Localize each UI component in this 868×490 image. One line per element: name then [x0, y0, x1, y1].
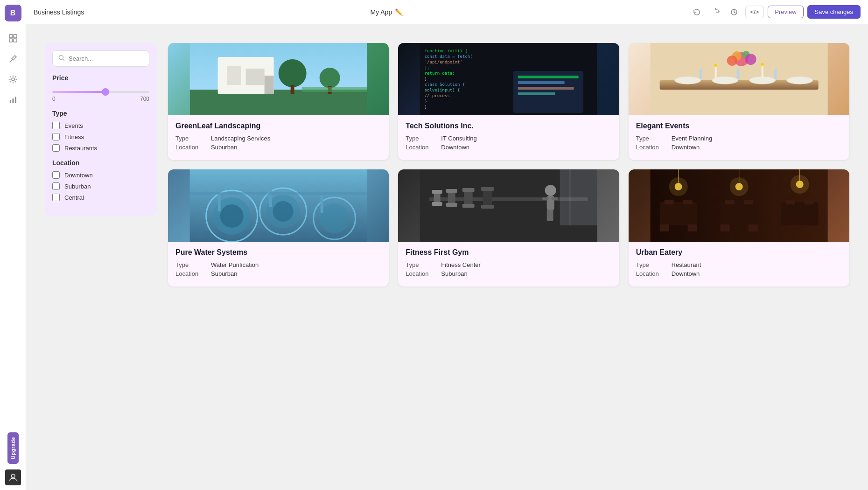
card-type-row-tech-solutions: Type IT Consulting	[406, 135, 611, 142]
sidebar-item-analytics[interactable]	[5, 91, 21, 108]
card-location-row-pure-water: Location Suburban	[175, 270, 381, 277]
svg-rect-82	[481, 187, 494, 191]
price-max: 700	[140, 96, 149, 102]
sidebar: B Upgrade	[0, 0, 26, 490]
svg-rect-36	[518, 81, 565, 84]
save-button[interactable]: Save changes	[807, 5, 861, 19]
listing-card-fitness-first[interactable]: Fitness First Gym Type Fitness Center Lo…	[398, 169, 619, 287]
svg-text:function init() {: function init() {	[425, 49, 468, 53]
search-box[interactable]	[52, 50, 149, 67]
sidebar-bottom: Upgrade	[5, 432, 21, 485]
price-filter: Price 0 700	[52, 74, 149, 102]
listing-card-tech-solutions[interactable]: function init() { const data = fetch( '/…	[398, 43, 619, 160]
card-location-row-urban-eatery: Location Downtown	[636, 270, 842, 277]
loc-central-checkbox[interactable]	[52, 194, 60, 201]
sidebar-item-dashboard[interactable]	[5, 30, 21, 47]
svg-rect-87	[552, 197, 558, 200]
type-fitness-checkbox[interactable]	[52, 133, 60, 140]
svg-text:const data = fetch(: const data = fetch(	[425, 54, 473, 59]
svg-rect-73	[432, 190, 442, 194]
price-label: Price	[52, 74, 149, 82]
svg-rect-53	[714, 66, 716, 78]
card-name-fitness-first: Fitness First Gym	[406, 248, 611, 257]
card-location-value-tech-solutions: Downtown	[441, 144, 469, 151]
svg-rect-76	[446, 189, 457, 193]
card-location-label-elegant-events: Location	[636, 144, 664, 151]
type-fitness-item[interactable]: Fitness	[52, 133, 149, 140]
svg-point-56	[761, 63, 763, 66]
svg-point-51	[745, 54, 756, 65]
listing-card-greenleaf[interactable]: GreenLeaf Landscaping Type Landscaping S…	[168, 43, 389, 160]
search-input[interactable]	[69, 55, 147, 62]
type-events-item[interactable]: Events	[52, 122, 149, 129]
sidebar-item-settings[interactable]	[5, 71, 21, 88]
card-type-value-elegant-events: Event Planning	[672, 135, 712, 142]
listing-card-pure-water[interactable]: Pure Water Systems Type Water Purificati…	[168, 169, 389, 287]
location-filter: Location Downtown Suburban Central	[52, 159, 149, 201]
svg-text:}: }	[425, 105, 427, 109]
sidebar-logo[interactable]: B	[5, 5, 21, 21]
loc-suburban-item[interactable]: Suburban	[52, 182, 149, 190]
svg-rect-99	[725, 200, 734, 204]
upgrade-button[interactable]: Upgrade	[7, 432, 19, 464]
card-body-pure-water: Pure Water Systems Type Water Purificati…	[168, 242, 389, 287]
svg-rect-95	[683, 200, 692, 204]
card-name-pure-water: Pure Water Systems	[175, 248, 381, 257]
type-events-checkbox[interactable]	[52, 122, 60, 129]
card-image-tech-solutions: function init() { const data = fetch( '/…	[398, 43, 619, 115]
type-restaurants-checkbox[interactable]	[52, 144, 60, 152]
redo-button[interactable]	[708, 5, 723, 20]
svg-rect-35	[518, 76, 579, 78]
card-type-row-urban-eatery: Type Restaurant	[636, 261, 842, 268]
listing-card-elegant-events[interactable]: Elegant Events Type Event Planning Locat…	[629, 43, 849, 160]
card-location-row-greenleaf: Location Suburban	[175, 144, 381, 151]
loc-downtown-item[interactable]: Downtown	[52, 171, 149, 179]
svg-rect-80	[462, 204, 475, 208]
card-image-urban-eatery	[629, 169, 849, 242]
svg-rect-91	[569, 169, 571, 225]
card-type-value-greenleaf: Landscaping Services	[211, 135, 270, 142]
edit-icon[interactable]: ✏️	[395, 8, 403, 16]
card-name-urban-eatery: Urban Eatery	[636, 248, 842, 257]
svg-point-52	[727, 56, 737, 66]
svg-rect-89	[550, 210, 553, 221]
svg-point-4	[12, 78, 14, 81]
svg-rect-96	[659, 224, 669, 231]
loc-downtown-checkbox[interactable]	[52, 171, 60, 179]
loc-suburban-checkbox[interactable]	[52, 182, 60, 190]
undo-button[interactable]	[689, 5, 704, 20]
app-name: My App	[371, 8, 392, 16]
card-location-value-fitness-first: Suburban	[441, 270, 467, 277]
card-type-label-fitness-first: Type	[406, 261, 434, 268]
preview-button[interactable]: Preview	[768, 6, 803, 18]
sidebar-item-tools[interactable]	[5, 50, 21, 67]
svg-rect-1	[14, 35, 17, 38]
svg-rect-67	[269, 188, 272, 207]
card-image-pure-water	[168, 169, 389, 242]
listing-card-urban-eatery[interactable]: Urban Eatery Type Restaurant Location Do…	[629, 169, 849, 287]
svg-point-60	[220, 204, 244, 228]
card-type-row-pure-water: Type Water Purification	[175, 261, 381, 268]
card-type-value-urban-eatery: Restaurant	[672, 261, 701, 268]
topbar-center: My App ✏️	[90, 8, 683, 16]
card-location-value-pure-water: Suburban	[211, 270, 237, 277]
content-area: Price 0 700 Type Events Fitness	[26, 24, 868, 490]
svg-rect-83	[481, 205, 494, 209]
type-restaurants-item[interactable]: Restaurants	[52, 144, 149, 152]
search-icon	[58, 55, 65, 63]
price-slider[interactable]	[52, 91, 149, 93]
svg-rect-18	[291, 85, 294, 94]
card-location-label-urban-eatery: Location	[636, 270, 664, 277]
code-button[interactable]: </>	[745, 6, 764, 18]
location-label: Location	[52, 159, 149, 167]
avatar[interactable]	[5, 469, 21, 485]
svg-rect-7	[15, 97, 16, 103]
history-button[interactable]	[727, 5, 742, 20]
card-location-label-fitness-first: Location	[406, 270, 434, 277]
svg-rect-45	[699, 69, 702, 79]
card-type-value-tech-solutions: IT Consulting	[441, 135, 476, 142]
svg-text:}: }	[425, 77, 427, 81]
filter-panel: Price 0 700 Type Events Fitness	[45, 43, 157, 216]
svg-point-44	[786, 77, 812, 84]
loc-central-item[interactable]: Central	[52, 194, 149, 201]
